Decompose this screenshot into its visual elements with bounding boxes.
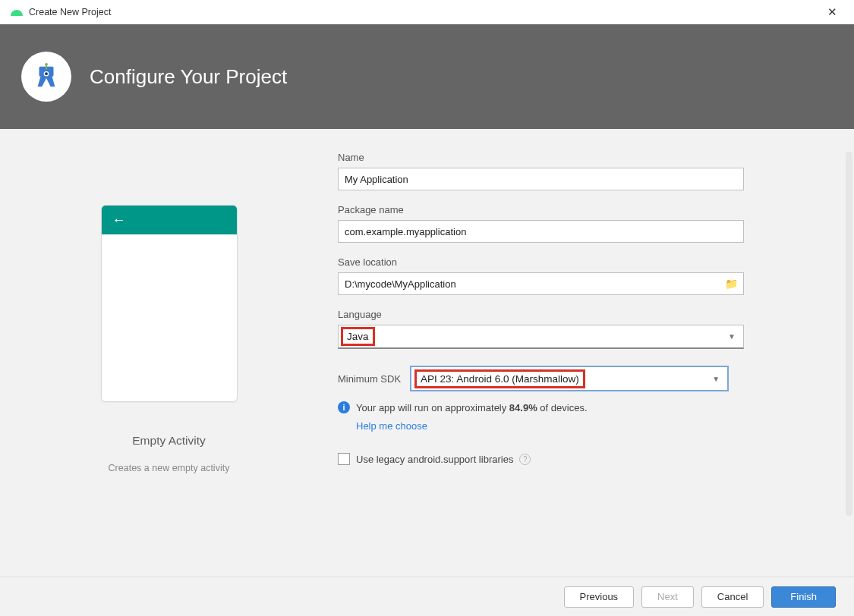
footer-buttons: Previous Next Cancel Finish (0, 577, 854, 616)
sdk-info-text: Your app will run on approximately 84.9%… (356, 401, 588, 433)
sdk-value: API 23: Android 6.0 (Marshmallow) (421, 373, 579, 385)
window-title: Create New Project (29, 7, 111, 17)
sdk-select[interactable]: API 23: Android 6.0 (Marshmallow) ▼ (410, 366, 729, 391)
sdk-info-row: i Your app will run on approximately 84.… (338, 401, 831, 433)
back-arrow-icon: ← (112, 212, 126, 228)
previous-button[interactable]: Previous (564, 586, 635, 608)
scrollbar[interactable] (846, 152, 852, 516)
close-icon[interactable]: ✕ (821, 2, 843, 22)
info-icon: i (338, 401, 350, 413)
language-select[interactable]: Java ▼ (338, 325, 744, 349)
language-value: Java (347, 331, 369, 342)
preview-pane: ← Empty Activity Creates a new empty act… (0, 129, 338, 577)
cancel-button[interactable]: Cancel (701, 586, 764, 608)
folder-icon[interactable]: 📁 (725, 278, 738, 290)
package-label: Package name (338, 204, 831, 215)
phone-preview: ← (101, 205, 238, 402)
location-input[interactable] (338, 272, 744, 295)
svg-point-3 (45, 63, 48, 66)
form-pane: Name Package name Save location 📁 Langua… (338, 129, 854, 577)
page-title: Configure Your Project (90, 65, 287, 89)
svg-point-2 (45, 72, 48, 75)
package-input[interactable] (338, 220, 744, 243)
legacy-checkbox[interactable] (338, 453, 350, 465)
finish-button[interactable]: Finish (771, 586, 836, 608)
name-label: Name (338, 152, 831, 163)
template-title: Empty Activity (132, 434, 205, 448)
name-input[interactable] (338, 168, 744, 190)
chevron-down-icon: ▼ (712, 375, 720, 383)
template-subtitle: Creates a new empty activity (109, 463, 230, 473)
location-label: Save location (338, 256, 831, 268)
android-studio-logo (21, 52, 71, 102)
android-icon (11, 8, 23, 16)
chevron-down-icon: ▼ (728, 332, 736, 341)
titlebar: Create New Project ✕ (0, 0, 854, 24)
sdk-label: Minimum SDK (338, 373, 401, 385)
legacy-label: Use legacy android.support libraries (356, 454, 513, 465)
help-icon[interactable]: ? (519, 454, 531, 465)
language-label: Language (338, 309, 831, 320)
header-banner: Configure Your Project (0, 24, 854, 129)
help-choose-link[interactable]: Help me choose (356, 419, 427, 434)
next-button: Next (641, 586, 694, 608)
phone-topbar: ← (102, 206, 237, 234)
main-content: ← Empty Activity Creates a new empty act… (0, 129, 854, 577)
